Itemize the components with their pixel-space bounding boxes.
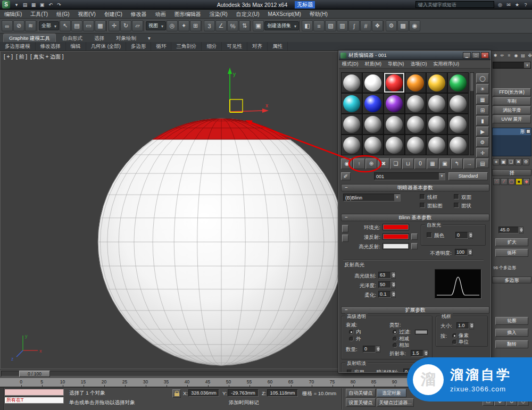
auto-key-button[interactable]: 自动关键点	[346, 389, 376, 397]
sample-slot[interactable]	[341, 72, 362, 93]
specular-color-swatch[interactable]	[383, 243, 409, 249]
sample-slot[interactable]	[426, 72, 447, 93]
blinn-basic-rollout-header[interactable]: Blinn 基本参数	[341, 214, 489, 221]
ribbon-panel-button[interactable]: 修改选择	[36, 42, 66, 51]
put-to-library-icon[interactable]: ⊔	[402, 158, 414, 169]
sample-slot[interactable]	[384, 93, 405, 114]
angle-snap-icon[interactable]: ∠	[215, 20, 227, 31]
amount-spinner[interactable]: 0	[363, 346, 380, 353]
edit-named-selections-icon[interactable]: ▣	[253, 20, 264, 31]
ribbon-panel-button[interactable]: 几何体 (全部)	[86, 42, 126, 51]
sample-slot[interactable]	[362, 114, 384, 135]
diffuse-color-swatch[interactable]	[383, 233, 409, 240]
type-subtractive-radio[interactable]	[393, 337, 397, 341]
sample-slot[interactable]	[384, 135, 405, 155]
separator[interactable]	[300, 21, 301, 31]
schematic-view-icon[interactable]: #	[360, 20, 371, 31]
menu-tools[interactable]: 工具(T)	[26, 10, 52, 19]
wire-checkbox[interactable]	[420, 194, 425, 199]
menu-views[interactable]: 视图(V)	[74, 10, 100, 19]
minimize-icon[interactable]: ▁	[463, 52, 471, 58]
use-pivot-point-icon[interactable]: ◎	[167, 20, 178, 31]
self-illum-spinner[interactable]: 0	[455, 232, 473, 239]
add-time-tag[interactable]: 添加时间标记	[229, 399, 259, 406]
sample-slot[interactable]	[362, 93, 384, 114]
save-scene-icon[interactable]: ▣	[38, 1, 46, 9]
planar-threshold-spinner[interactable]: 45.0	[498, 227, 523, 233]
outline-button[interactable]: 轮廓	[495, 317, 528, 325]
menu-launcher-icon[interactable]: ▾	[12, 1, 21, 9]
select-and-manipulate-icon[interactable]: ✦	[178, 20, 189, 31]
menu-help[interactable]: 帮助(H)	[305, 10, 332, 19]
polygon-icon[interactable]: ■	[516, 178, 522, 185]
ribbon-panel-button[interactable]: 多边形建模	[0, 42, 36, 51]
type-additive-radio[interactable]	[393, 343, 397, 348]
viewport-menu-plus[interactable]: [ + ]	[4, 54, 13, 60]
sample-slot[interactable]	[426, 93, 447, 114]
z-coord-field[interactable]: 105.118mm	[267, 389, 298, 397]
backlight-icon[interactable]: ☀	[476, 84, 489, 94]
sample-slot[interactable]	[426, 135, 447, 155]
grow-selection-button[interactable]: 扩大	[495, 238, 528, 246]
layer-manager-icon[interactable]: ▧	[325, 20, 336, 31]
sample-slot[interactable]	[341, 135, 362, 155]
separator[interactable]	[144, 21, 145, 31]
specular-level-spinner[interactable]: 63	[378, 272, 396, 279]
tab-object-paint[interactable]: 对象绘制	[111, 34, 142, 42]
menu-create[interactable]: 创建(C)	[100, 10, 127, 19]
edge-icon[interactable]: ∕	[501, 178, 508, 185]
open-scene-icon[interactable]: ▦	[29, 1, 38, 9]
show-end-result-icon[interactable]: ▣	[500, 158, 507, 165]
ribbon-toggle-icon[interactable]: ▥	[337, 20, 348, 31]
loop-selection-button[interactable]: 循环	[495, 249, 528, 257]
me-menu-material[interactable]: 材质(M)	[362, 61, 385, 68]
app-logo-icon[interactable]: S	[2, 1, 10, 9]
mirror-icon[interactable]: ◧	[302, 20, 313, 31]
select-by-name-icon[interactable]: ▤	[71, 20, 82, 31]
background-icon[interactable]: ▦	[476, 95, 489, 104]
select-and-rotate-icon[interactable]: ↻	[120, 20, 131, 31]
time-slider-handle[interactable]: 0 / 100	[19, 371, 50, 377]
ribbon-panel-button[interactable]: 属性	[268, 42, 288, 51]
key-mode-dropdown[interactable]: 选定对象	[377, 389, 406, 397]
search-icon[interactable]: ◎	[496, 1, 504, 9]
menu-group[interactable]: 组(G)	[52, 10, 73, 19]
window-crossing-icon[interactable]: ▦	[95, 20, 106, 31]
assign-material-to-selection-icon[interactable]: ⊕	[365, 158, 377, 169]
spinner-snap-icon[interactable]: ⇅	[239, 20, 250, 31]
lock-ambient-diffuse-icon[interactable]	[342, 225, 348, 232]
sample-slot[interactable]	[447, 93, 469, 114]
tab-freeform[interactable]: 自由形式	[57, 34, 88, 42]
faceted-checkbox[interactable]	[454, 203, 459, 208]
pin-stack-icon[interactable]: ∗	[493, 158, 500, 165]
modifier-ffd-box-button[interactable]: FFD(长方体)	[493, 88, 531, 96]
wire-pixels-radio[interactable]	[452, 333, 457, 338]
shader-dropdown[interactable]: (B)Blinn	[343, 194, 401, 202]
diffuse-map-button[interactable]	[411, 233, 418, 240]
me-menu-navigation[interactable]: 导航(N)	[385, 61, 408, 68]
spinner-arrows[interactable]	[376, 346, 380, 353]
face-map-checkbox[interactable]	[420, 203, 425, 208]
sample-slot[interactable]	[426, 114, 447, 135]
tab-graphite[interactable]: Graphite 建模工具	[3, 34, 56, 42]
separator[interactable]	[202, 21, 203, 31]
shader-basic-rollout-header[interactable]: 明暗器基本参数	[341, 184, 489, 191]
menu-graph-editors[interactable]: 图形编辑器	[170, 10, 205, 19]
search-input[interactable]	[415, 1, 494, 8]
favorites-icon[interactable]: ★	[513, 1, 521, 9]
material-editor-titlebar[interactable]: 材质编辑器 - 001 ▁□✕	[339, 51, 491, 60]
tab-selection[interactable]: 选择	[89, 34, 110, 42]
sample-slot[interactable]	[341, 93, 362, 114]
selection-rollout-header[interactable]: 择	[492, 169, 531, 176]
spinner-arrows[interactable]	[469, 322, 474, 329]
x-coord-field[interactable]: 328.036mm	[188, 389, 219, 397]
me-menu-modes[interactable]: 模式(D)	[339, 61, 362, 68]
dim-apply-checkbox[interactable]	[347, 370, 352, 373]
show-end-result-icon[interactable]: ▣	[439, 158, 451, 169]
edit-polygons-rollout-header[interactable]: 多边形	[492, 277, 531, 283]
filter-color-swatch[interactable]	[415, 330, 428, 334]
spinner-arrows[interactable]	[519, 227, 523, 233]
make-unique-icon[interactable]: ❏	[508, 158, 514, 165]
selection-lock-toggle[interactable]	[172, 389, 181, 398]
material-name-dropdown[interactable]: 001	[374, 172, 445, 180]
